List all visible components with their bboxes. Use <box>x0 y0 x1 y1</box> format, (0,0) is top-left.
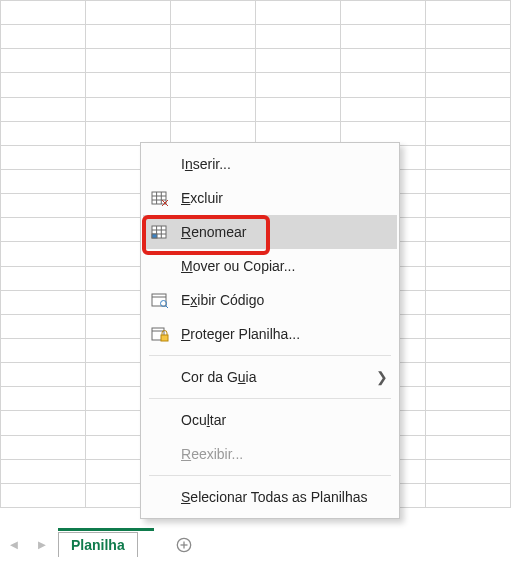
cell[interactable] <box>426 1 511 25</box>
cell[interactable] <box>1 242 86 266</box>
menu-label: Ocultar <box>181 412 389 428</box>
cell[interactable] <box>1 363 86 387</box>
cell[interactable] <box>1 338 86 362</box>
cell[interactable] <box>341 1 426 25</box>
blank-icon <box>149 411 171 429</box>
cell[interactable] <box>1 145 86 169</box>
chevron-right-icon: ❯ <box>375 369 389 385</box>
cell[interactable] <box>426 97 511 121</box>
cell[interactable] <box>86 25 171 49</box>
menu-item-insert[interactable]: Inserir... <box>143 147 397 181</box>
menu-item-protect[interactable]: Proteger Planilha... <box>143 317 397 351</box>
cell[interactable] <box>86 73 171 97</box>
menu-label: Exibir Código <box>181 292 389 308</box>
menu-label: Selecionar Todas as Planilhas <box>181 489 389 505</box>
svg-line-19 <box>166 306 169 309</box>
cell[interactable] <box>426 314 511 338</box>
arrow-left-icon: ◄ <box>8 537 21 552</box>
sheet-nav-arrows[interactable]: ◄ ► <box>0 532 56 557</box>
cell[interactable] <box>341 73 426 97</box>
blank-icon <box>149 488 171 506</box>
plus-circle-icon <box>176 537 192 553</box>
menu-item-selall[interactable]: Selecionar Todas as Planilhas <box>143 480 397 514</box>
cell[interactable] <box>256 1 341 25</box>
cell[interactable] <box>426 338 511 362</box>
menu-label: Inserir... <box>181 156 389 172</box>
rename-grid-icon <box>149 223 171 241</box>
menu-label: Mover ou Copiar... <box>181 258 389 274</box>
sheet-tab-label: Planilha <box>71 537 125 553</box>
cell[interactable] <box>1 266 86 290</box>
new-sheet-button[interactable] <box>166 532 202 557</box>
sheet-tab[interactable]: Planilha <box>58 532 138 557</box>
blank-icon <box>149 445 171 463</box>
svg-rect-15 <box>152 234 157 238</box>
menu-item-code[interactable]: Exibir Código <box>143 283 397 317</box>
cell[interactable] <box>86 1 171 25</box>
cell[interactable] <box>426 194 511 218</box>
cell[interactable] <box>426 49 511 73</box>
blank-icon <box>149 368 171 386</box>
cell[interactable] <box>256 73 341 97</box>
menu-label: Excluir <box>181 190 389 206</box>
menu-separator <box>149 475 391 476</box>
cell[interactable] <box>1 25 86 49</box>
cell[interactable] <box>426 290 511 314</box>
cell[interactable] <box>426 411 511 435</box>
menu-item-hide[interactable]: Ocultar <box>143 403 397 437</box>
menu-label: Cor da Guia <box>181 369 375 385</box>
cell[interactable] <box>426 266 511 290</box>
cell[interactable] <box>426 387 511 411</box>
cell[interactable] <box>256 49 341 73</box>
cell[interactable] <box>256 97 341 121</box>
cell[interactable] <box>1 194 86 218</box>
delete-grid-icon <box>149 189 171 207</box>
cell[interactable] <box>171 25 256 49</box>
cell[interactable] <box>341 25 426 49</box>
lock-sheet-icon <box>149 325 171 343</box>
cell[interactable] <box>426 483 511 507</box>
cell[interactable] <box>1 314 86 338</box>
cell[interactable] <box>426 73 511 97</box>
cell[interactable] <box>341 97 426 121</box>
menu-item-rename[interactable]: Renomear <box>143 215 397 249</box>
menu-item-tabcolor[interactable]: Cor da Guia❯ <box>143 360 397 394</box>
cell[interactable] <box>1 49 86 73</box>
cell[interactable] <box>1 1 86 25</box>
cell[interactable] <box>86 49 171 73</box>
menu-item-delete[interactable]: Excluir <box>143 181 397 215</box>
cell[interactable] <box>171 73 256 97</box>
arrow-right-icon: ► <box>36 537 49 552</box>
cell[interactable] <box>171 1 256 25</box>
cell[interactable] <box>1 169 86 193</box>
cell[interactable] <box>1 290 86 314</box>
cell[interactable] <box>426 363 511 387</box>
cell[interactable] <box>1 483 86 507</box>
cell[interactable] <box>1 218 86 242</box>
cell[interactable] <box>426 121 511 145</box>
cell[interactable] <box>341 49 426 73</box>
cell[interactable] <box>426 145 511 169</box>
blank-icon <box>149 155 171 173</box>
cell[interactable] <box>1 121 86 145</box>
menu-item-unhide: Reexibir... <box>143 437 397 471</box>
cell[interactable] <box>1 435 86 459</box>
cell[interactable] <box>1 97 86 121</box>
cell[interactable] <box>171 49 256 73</box>
cell[interactable] <box>426 435 511 459</box>
cell[interactable] <box>426 242 511 266</box>
cell[interactable] <box>86 97 171 121</box>
cell[interactable] <box>171 97 256 121</box>
cell[interactable] <box>426 169 511 193</box>
svg-rect-16 <box>152 294 166 306</box>
cell[interactable] <box>426 25 511 49</box>
cell[interactable] <box>1 459 86 483</box>
cell[interactable] <box>1 411 86 435</box>
cell[interactable] <box>426 218 511 242</box>
cell[interactable] <box>426 459 511 483</box>
menu-item-move[interactable]: Mover ou Copiar... <box>143 249 397 283</box>
cell[interactable] <box>1 387 86 411</box>
cell[interactable] <box>256 25 341 49</box>
menu-label: Renomear <box>181 224 389 240</box>
cell[interactable] <box>1 73 86 97</box>
